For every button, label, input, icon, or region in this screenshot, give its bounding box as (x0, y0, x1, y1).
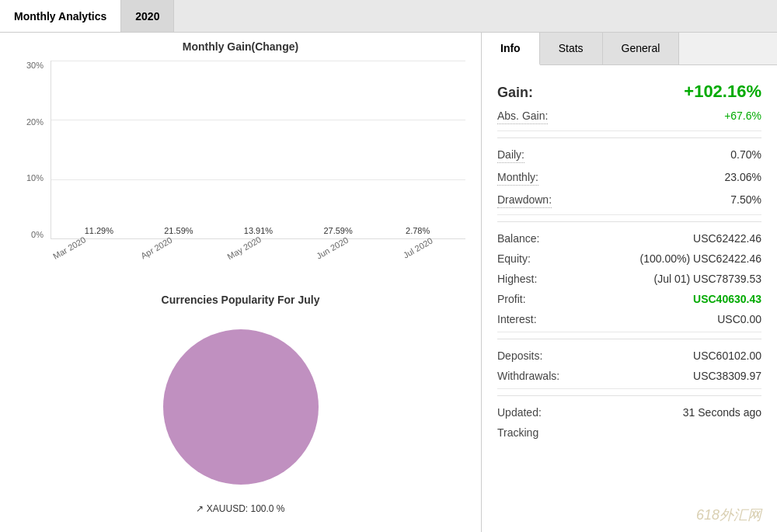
bar-label-top: 2.78% (406, 226, 430, 235)
x-label: Mar 2020 (51, 235, 87, 261)
drawdown-row: Drawdown: 7.50% (497, 190, 761, 215)
tracking-label: Tracking (497, 426, 538, 439)
interest-row: Interest: USC0.00 (497, 309, 761, 332)
highest-value: (Jul 01) USC78739.53 (653, 273, 761, 285)
updated-label: Updated: (497, 406, 542, 419)
drawdown-value: 7.50% (730, 193, 761, 206)
interest-label: Interest: (497, 313, 537, 325)
pie-wrapper (155, 322, 326, 492)
tab-general[interactable]: General (603, 33, 680, 64)
pie-section: Currencies Popularity For July ↗ XAUUSD:… (16, 294, 465, 514)
info-tabs: Info Stats General (482, 33, 777, 65)
pie-chart-title: Currencies Popularity For July (16, 294, 465, 306)
bar-group: 11.29% (59, 226, 139, 238)
chart-grid: 11.29%21.59%13.91%27.59%2.78% (51, 61, 465, 239)
main-layout: Monthly Gain(Change) 30% 20% 10% 0% 11.2… (0, 33, 777, 532)
highest-row: Highest: (Jul 01) USC78739.53 (497, 269, 761, 289)
y-axis-labels: 30% 20% 10% 0% (16, 61, 47, 239)
highest-label: Highest: (497, 273, 537, 285)
abs-gain-row: Abs. Gain: +67.6% (497, 106, 761, 131)
bar-chart-area: 30% 20% 10% 0% 11.29%21.59%13.91%27.59%2… (16, 61, 465, 278)
divider-1 (497, 137, 761, 138)
x-label: Jun 2020 (315, 235, 350, 261)
left-panel: Monthly Gain(Change) 30% 20% 10% 0% 11.2… (0, 33, 482, 532)
x-label: May 2020 (226, 235, 263, 262)
updated-value: 31 Seconds ago (683, 406, 761, 419)
pie-svg (155, 322, 326, 492)
y-label-30: 30% (26, 61, 44, 70)
pie-arrow-icon: ↗ (196, 503, 206, 514)
divider-4 (497, 395, 761, 396)
abs-gain-value: +67.6% (724, 110, 761, 122)
interest-value: USC0.00 (717, 313, 761, 325)
divider-3 (497, 339, 761, 339)
gain-label: Gain: (497, 85, 533, 101)
bar-group: 2.78% (378, 226, 458, 238)
gain-value: +102.16% (684, 82, 761, 102)
equity-row: Equity: (100.00%) USC62422.46 (497, 249, 761, 269)
tracking-row: Tracking (497, 422, 761, 443)
main-tab-bar: Monthly Analytics 2020 (0, 0, 777, 33)
deposits-label: Deposits: (497, 349, 542, 362)
tab-stats[interactable]: Stats (540, 33, 603, 64)
x-label: Apr 2020 (139, 235, 174, 261)
balance-row: Balance: USC62422.46 (497, 228, 761, 249)
daily-value: 0.70% (730, 148, 761, 161)
bar-label-top: 11.29% (85, 226, 113, 235)
abs-gain-label: Abs. Gain: (497, 110, 548, 124)
balance-label: Balance: (497, 232, 539, 245)
bar-chart-section: Monthly Gain(Change) 30% 20% 10% 0% 11.2… (16, 40, 465, 278)
daily-label: Daily: (497, 148, 524, 163)
withdrawals-label: Withdrawals: (497, 370, 559, 382)
pie-container: ↗ XAUUSD: 100.0 % (16, 314, 465, 514)
bar-group: 27.59% (298, 226, 378, 238)
y-label-10: 10% (26, 173, 44, 183)
right-panel: Info Stats General Gain: +102.16% Abs. G… (482, 33, 777, 532)
deposits-value: USC60102.00 (693, 349, 761, 362)
gain-row: Gain: +102.16% (497, 78, 761, 106)
y-label-20: 20% (26, 117, 44, 127)
equity-value: (100.00%) USC62422.46 (640, 252, 761, 265)
tab-monthly-analytics[interactable]: Monthly Analytics (0, 0, 121, 32)
monthly-row: Monthly: 23.06% (497, 167, 761, 190)
daily-row: Daily: 0.70% (497, 144, 761, 167)
bars-container: 11.29%21.59%13.91%27.59%2.78% (51, 61, 465, 238)
watermark: 618外汇网 (696, 506, 761, 524)
monthly-label: Monthly: (497, 171, 538, 186)
x-axis-labels: Mar 2020Apr 2020May 2020Jun 2020Jul 2020 (16, 239, 465, 278)
equity-label: Equity: (497, 252, 531, 265)
profit-value: USC40630.43 (693, 293, 761, 305)
withdrawals-row: Withdrawals: USC38309.97 (497, 366, 761, 389)
info-content: Gain: +102.16% Abs. Gain: +67.6% Daily: … (482, 65, 777, 455)
x-label: Jul 2020 (402, 236, 434, 260)
divider-2 (497, 221, 761, 222)
profit-row: Profit: USC40630.43 (497, 289, 761, 309)
tab-2020[interactable]: 2020 (121, 0, 174, 32)
y-label-0: 0% (31, 230, 44, 239)
bar-chart-title: Monthly Gain(Change) (16, 40, 465, 53)
updated-row: Updated: 31 Seconds ago (497, 402, 761, 422)
tab-info[interactable]: Info (482, 33, 540, 65)
pie-circle (163, 329, 319, 485)
deposits-row: Deposits: USC60102.00 (497, 346, 761, 366)
balance-value: USC62422.46 (693, 232, 761, 245)
profit-label: Profit: (497, 293, 526, 305)
bar-label-top: 21.59% (164, 226, 193, 235)
drawdown-label: Drawdown: (497, 193, 552, 208)
monthly-value: 23.06% (725, 171, 761, 183)
pie-label: ↗ XAUUSD: 100.0 % (196, 503, 284, 514)
bar-label-top: 13.91% (244, 226, 273, 235)
bar-group: 21.59% (139, 226, 219, 238)
withdrawals-value: USC38309.97 (693, 370, 761, 382)
bar-label-top: 27.59% (323, 226, 352, 235)
